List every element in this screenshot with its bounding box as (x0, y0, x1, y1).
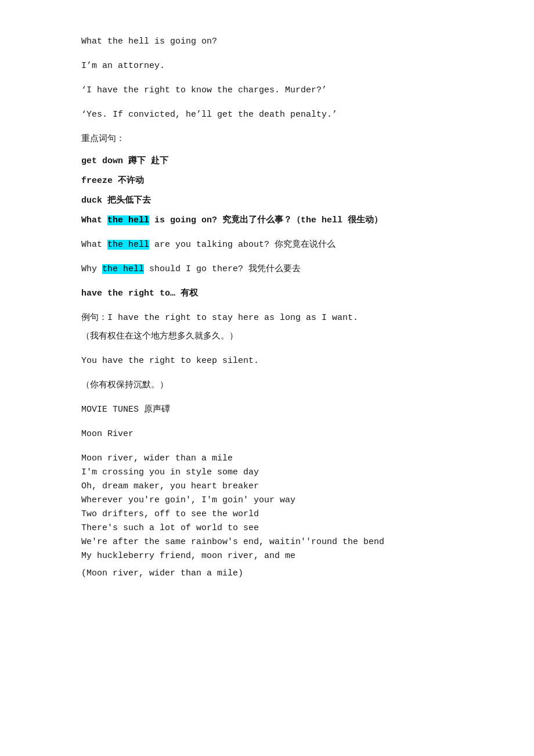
line-keep-silent: You have the right to keep silent. (81, 354, 453, 368)
line-convicted: ‘Yes. If convicted, he’ll get the death … (81, 108, 453, 122)
line-what-the-hell-talking: What the hell are you talking about? 你究竟… (81, 238, 453, 252)
lyric-3: Oh, dream maker, you heart breaker (81, 480, 453, 494)
vocab-have-right: have the right to… 有权 (81, 287, 453, 301)
highlight-the-hell-1: the hell (107, 215, 149, 225)
text-have-right-rest: 有权 (175, 289, 198, 298)
line-chinese-stay: （我有权住在这个地方想多久就多久。） (81, 330, 453, 344)
line-charges: ‘I have the right to know the charges. M… (81, 84, 453, 98)
text-moon-river-reprise: (Moon river, wider than a mile) (81, 568, 243, 578)
text-why: Why (81, 264, 102, 274)
vocab-duck: duck 把头低下去 (81, 194, 453, 208)
vocab-freeze: freeze 不许动 (81, 174, 453, 188)
section-vocab-header: 重点词句： (81, 132, 453, 146)
vocab-get-down: get down 蹲下 赴下 (81, 154, 453, 168)
lyrics-block: Moon river, wider than a mile I'm crossi… (81, 452, 453, 563)
text-get-down-rest: 蹲下 赴下 (123, 156, 168, 166)
line-moon-river-reprise: (Moon river, wider than a mile) (81, 567, 453, 581)
lyric-7: We're after the same rainbow's end, wait… (81, 535, 453, 549)
line-moon-river-title: Moon River (81, 427, 453, 441)
line-movie-tunes: MOVIE TUNES 原声磹 (81, 403, 453, 417)
line-example-stay: 例句：I have the right to stay here as long… (81, 311, 453, 325)
lyric-5: Two drifters, off to see the world (81, 507, 453, 521)
text-moon-river-title: Moon River (81, 429, 134, 439)
highlight-the-hell-3: the hell (102, 264, 144, 274)
text-attorney: I’m an attorney. (81, 61, 165, 71)
highlight-the-hell-2: the hell (107, 240, 149, 250)
text-example-stay: 例句：I have the right to stay here as long… (81, 313, 358, 323)
text-keep-silent: You have the right to keep silent. (81, 356, 259, 366)
line-attorney: I’m an attorney. (81, 59, 453, 73)
lyric-2: I'm crossing you in style some day (81, 466, 453, 480)
text-what-the-hell: What the hell is going on? (81, 37, 217, 46)
text-chinese-stay: （我有权住在这个地方想多久就多久。） (81, 332, 238, 341)
lyric-1: Moon river, wider than a mile (81, 452, 453, 466)
text-movie-tunes: MOVIE TUNES 原声磹 (81, 405, 170, 415)
line-what-the-hell: What the hell is going on? (81, 35, 453, 49)
text-duck-bold: duck (81, 196, 102, 206)
text-going-on-bold: is going on (149, 215, 212, 225)
text-vocab-header: 重点词句： (81, 134, 125, 144)
text-duck-rest: 把头低下去 (102, 196, 151, 206)
text-charges: ‘I have the right to know the charges. M… (81, 85, 327, 95)
text-talking: are you talking about? 你究竟在说什么 (149, 240, 335, 250)
text-chinese-silent: （你有权保持沉默。） (81, 380, 168, 390)
text-chinese-1: 究竟出了什么事？（the hell 很生动） (217, 215, 383, 225)
lyric-6: There's such a lot of world to see (81, 521, 453, 535)
lyric-8: My huckleberry friend, moon river, and m… (81, 549, 453, 563)
text-what-2: What (81, 240, 107, 250)
line-chinese-silent: （你有权保持沉默。） (81, 379, 453, 393)
page-content: What the hell is going on? I’m an attorn… (81, 35, 453, 581)
text-freeze-bold: freeze (81, 176, 113, 186)
text-have-right-bold: have the right to… (81, 289, 175, 298)
text-get-down-bold: get down (81, 156, 123, 166)
text-go-there: should I go there? 我凭什么要去 (144, 264, 301, 274)
text-what-bold: What (81, 215, 107, 225)
line-why-the-hell: Why the hell should I go there? 我凭什么要去 (81, 262, 453, 276)
text-freeze-rest: 不许动 (113, 176, 144, 186)
line-what-the-hell-example: What the hell is going on? 究竟出了什么事？（the … (81, 214, 453, 228)
text-convicted: ‘Yes. If convicted, he’ll get the death … (81, 110, 337, 120)
lyric-4: Wherever you're goin', I'm goin' your wa… (81, 494, 453, 507)
